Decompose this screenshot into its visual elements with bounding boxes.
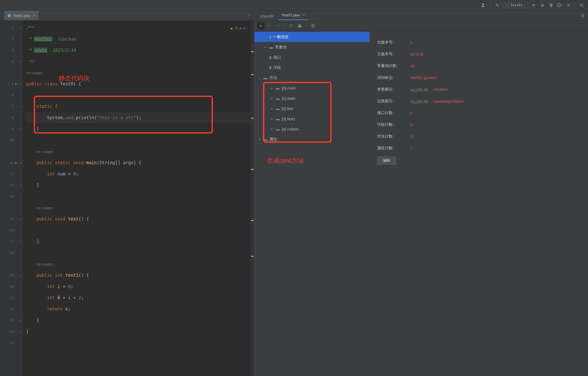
tree-item-method-2[interactable]: ▸▬ [2] test xyxy=(254,103,369,114)
debug-icon[interactable] xyxy=(539,2,546,8)
hammer-icon[interactable] xyxy=(494,2,500,8)
jclasslib-tree[interactable]: ▸ ▮ 一般信息 ▸ ▬ 常量池 ▸ ▮ 接口 ▸ ▮ 字段 xyxy=(254,31,369,376)
svg-point-1 xyxy=(541,4,544,6)
folder-icon: ▬ xyxy=(264,76,267,80)
file-icon: ▮ xyxy=(269,35,271,39)
run-gutter-icon[interactable]: ▶ xyxy=(15,78,17,90)
run-gutter-icon[interactable]: ▶ xyxy=(15,157,17,168)
line-gutter: 1 2 3 4 5▶ 6 7 8 9 10 11▶ 12 13 14 15 16… xyxy=(0,20,18,376)
folder-icon: ▬ xyxy=(276,86,280,90)
profile-icon[interactable]: ▾ xyxy=(557,2,563,8)
cpinfo-link[interactable]: cp_info #5 xyxy=(410,87,428,92)
svg-rect-0 xyxy=(506,4,509,6)
tab-label: Test01.java xyxy=(13,14,30,18)
editor-body[interactable]: 1 2 3 4 5▶ 6 7 8 9 10 11▶ 12 13 14 15 16… xyxy=(0,20,254,376)
forward-icon[interactable]: → xyxy=(274,22,282,30)
svg-text:C: C xyxy=(8,14,10,17)
run-config-selector[interactable]: Test01 ▾ xyxy=(503,2,528,8)
jclasslib-panel: jclasslib: Test01.java × ✕ ← → xyxy=(254,10,588,376)
user-icon[interactable]: ▾ xyxy=(481,2,487,8)
editor-tab-test01[interactable]: C Test01.java × xyxy=(4,11,39,20)
jclasslib-label: jclasslib: xyxy=(257,12,278,20)
main-toolbar: ▾ Test01 ▾ ▾ xyxy=(0,0,588,10)
detail-interface-count: 接口计数: 0 xyxy=(377,107,585,119)
run-config-label: Test01 xyxy=(510,3,522,7)
java-class-icon: C xyxy=(7,14,11,18)
divider xyxy=(575,3,575,8)
jclasslib-tab-bar: jclasslib: Test01.java × xyxy=(254,10,588,20)
folder-icon: ▬ xyxy=(276,127,280,131)
tree-item-fields[interactable]: ▸ ▮ 字段 xyxy=(254,62,369,73)
detail-major-version: 主版本号: 52 [1.8] xyxy=(377,48,585,60)
detail-method-count: 方法计数: 5 xyxy=(377,130,585,142)
close-icon[interactable]: × xyxy=(302,13,305,17)
jclasslib-tab-file[interactable]: Test01.java × xyxy=(278,11,308,20)
close-icon[interactable]: × xyxy=(33,13,36,18)
svg-point-4 xyxy=(580,4,582,6)
detail-field-count: 字段计数: 0 xyxy=(377,119,585,130)
globe-icon[interactable] xyxy=(309,22,317,30)
more-icon[interactable]: ⋮ xyxy=(245,12,252,19)
back-icon[interactable]: ← xyxy=(266,22,273,30)
search-icon[interactable] xyxy=(578,2,585,8)
detail-this-class: 本类索引: cp_info #5 <Test01> xyxy=(377,83,585,95)
tree-item-attributes[interactable]: ▸ ▬ 属性 xyxy=(254,134,369,144)
editor-pane: C Test01.java × ⋮ 1 2 3 4 5▶ 6 7 8 9 10 xyxy=(0,10,254,376)
detail-attr-count: 属性计数: 1 xyxy=(377,142,585,154)
tree-item-interfaces[interactable]: ▸ ▮ 接口 xyxy=(254,52,369,62)
close-icon[interactable]: ✕ xyxy=(257,22,265,30)
warning-icon: ▲ xyxy=(230,23,233,34)
detail-super-class: 父类索引: cp_info #6 <java/lang/Object> xyxy=(377,95,585,107)
detail-minor-version: 次版本号: 0 xyxy=(377,36,585,48)
folder-icon: ▬ xyxy=(276,117,280,121)
tree-item-methods[interactable]: ⌄ ▬ 方法 xyxy=(254,73,369,83)
detail-cp-count: 常量池计数: 42 xyxy=(377,60,585,72)
svg-point-7 xyxy=(582,15,583,16)
tree-item-general[interactable]: ▸ ▮ 一般信息 xyxy=(254,32,369,42)
tree-item-method-3[interactable]: ▸▬ [3] test1 xyxy=(254,114,369,124)
svg-rect-3 xyxy=(568,4,570,6)
chevron-down-icon[interactable]: v xyxy=(244,23,245,34)
jclasslib-details: 次版本号: 0 主版本号: 52 [1.8] 常量池计数: 42 访问标志: 0… xyxy=(369,31,588,376)
editor-tab-bar: C Test01.java × ⋮ xyxy=(0,10,254,20)
edit-button[interactable]: 编辑 xyxy=(377,157,396,165)
jclasslib-toolbar: ✕ ← → xyxy=(254,20,588,31)
annotation-label-clinit: 生成clinit方法 xyxy=(267,157,304,165)
folder-icon: ▬ xyxy=(276,96,280,101)
coverage-icon[interactable] xyxy=(548,2,554,8)
editor-marker-strip[interactable] xyxy=(251,20,254,376)
folder-icon: ▬ xyxy=(276,106,280,111)
gear-icon[interactable] xyxy=(579,12,586,19)
tree-item-constantpool[interactable]: ▸ ▬ 常量池 xyxy=(254,42,369,52)
detail-access-flags: 访问标志: 0x0021 [public] xyxy=(377,72,585,83)
cpinfo-link[interactable]: cp_info #6 xyxy=(410,99,428,103)
chevron-up-icon[interactable]: ʌ xyxy=(239,23,242,34)
refresh-icon[interactable] xyxy=(287,22,295,30)
stop-icon[interactable] xyxy=(565,2,572,8)
code-area[interactable]: ▲ 5 ʌ v /** * @author liuchao * @date 20… xyxy=(23,20,251,376)
fold-column: ⊟⊟ ⊟⊟ ⊟ ⊟⊟ ⊟⊟ ⊟ ⊟⊟ xyxy=(18,20,23,376)
tree-item-method-1[interactable]: ▸▬ [1] main xyxy=(254,93,369,103)
run-icon[interactable] xyxy=(530,2,537,8)
folder-icon: ▬ xyxy=(269,45,273,49)
folder-icon: ▬ xyxy=(264,137,267,141)
save-icon[interactable] xyxy=(296,22,304,30)
file-icon: ▮ xyxy=(269,55,271,60)
tree-item-method-4[interactable]: ▸▬ [4] <clinit> xyxy=(254,124,369,134)
divider xyxy=(491,3,491,8)
warnings-badge[interactable]: ▲ 5 ʌ v xyxy=(230,23,245,34)
file-icon: ▮ xyxy=(269,65,271,70)
tree-item-method-0[interactable]: ▸▬ [0] <init> xyxy=(254,83,369,93)
